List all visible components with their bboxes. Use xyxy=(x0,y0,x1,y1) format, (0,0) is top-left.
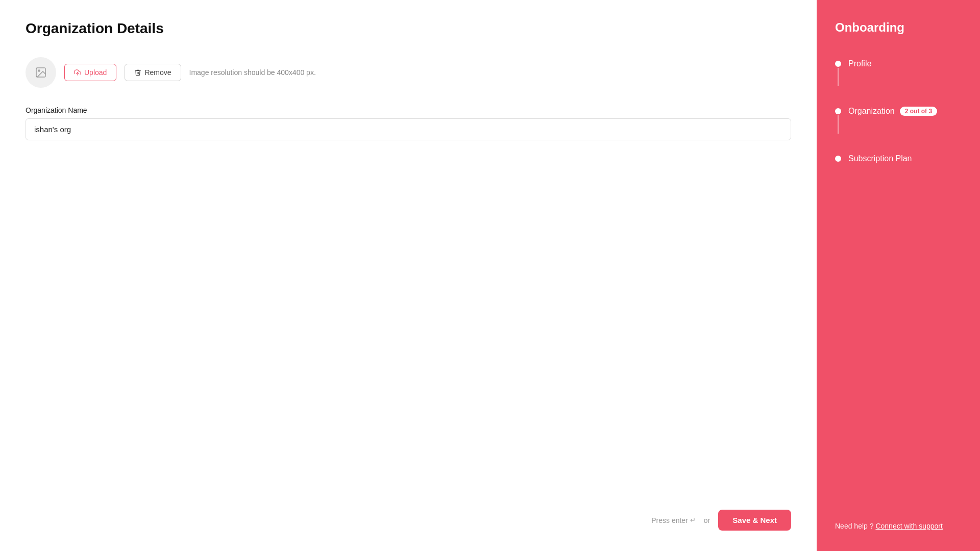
step-badge-organization: 2 out of 3 xyxy=(900,107,937,116)
step-dot-organization xyxy=(835,108,841,114)
upload-button[interactable]: Upload xyxy=(64,64,116,81)
sidebar-footer: Need help ? Connect with support xyxy=(835,521,962,531)
step-item-profile: Profile xyxy=(835,59,962,107)
press-enter-text: Press enter ↵ xyxy=(651,516,696,524)
trash-icon xyxy=(134,69,141,76)
step-dot-profile xyxy=(835,61,841,67)
org-name-label: Organization Name xyxy=(26,106,791,114)
step-dot-col-organization xyxy=(835,107,841,134)
step-label-organization: Organization xyxy=(848,107,895,116)
bottom-bar: Press enter ↵ or Save & Next xyxy=(651,510,791,531)
image-icon xyxy=(35,66,47,79)
save-next-button[interactable]: Save & Next xyxy=(718,510,791,531)
step-item-subscription: Subscription Plan xyxy=(835,154,962,163)
remove-label: Remove xyxy=(144,68,171,77)
step-dot-col-profile xyxy=(835,59,841,86)
org-name-field: Organization Name xyxy=(26,106,791,140)
or-text: or xyxy=(704,516,710,524)
step-label-subscription: Subscription Plan xyxy=(848,154,912,163)
connect-support-link[interactable]: Connect with support xyxy=(875,522,943,530)
svg-point-1 xyxy=(38,70,40,71)
org-name-input[interactable] xyxy=(26,118,791,140)
sidebar-title: Onboarding xyxy=(835,20,962,35)
page-title: Organization Details xyxy=(26,20,791,37)
steps-list: Profile Organization 2 out of 3 Subscrip… xyxy=(835,59,962,163)
step-item-organization: Organization 2 out of 3 xyxy=(835,107,962,154)
image-upload-row: Upload Remove Image resolution should be… xyxy=(26,57,791,88)
upload-icon xyxy=(74,69,81,76)
step-label-row-subscription: Subscription Plan xyxy=(848,154,912,163)
step-label-row-organization: Organization 2 out of 3 xyxy=(848,107,937,116)
image-hint: Image resolution should be 400x400 px. xyxy=(189,68,316,77)
upload-label: Upload xyxy=(84,68,107,77)
step-dot-col-subscription xyxy=(835,154,841,162)
image-placeholder xyxy=(26,57,56,88)
sidebar: Onboarding Profile Organization 2 out of… xyxy=(817,0,980,551)
step-line-organization xyxy=(838,115,839,134)
main-content: Organization Details Upload Remove Image… xyxy=(0,0,817,551)
help-text: Need help ? Connect with support xyxy=(835,522,943,530)
step-label-profile: Profile xyxy=(848,59,871,68)
step-dot-subscription xyxy=(835,156,841,162)
remove-button[interactable]: Remove xyxy=(125,64,181,81)
enter-icon: ↵ xyxy=(690,516,696,524)
step-label-row-profile: Profile xyxy=(848,59,871,68)
step-line-profile xyxy=(838,68,839,86)
